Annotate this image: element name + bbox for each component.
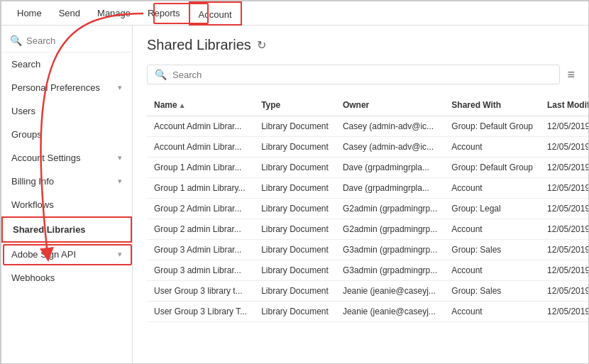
col-header-owner: Owner [336, 94, 444, 116]
table-row[interactable]: Account Admin Librar...Library DocumentC… [147, 137, 589, 158]
page-title: Shared Libraries [147, 37, 251, 53]
cell-lastMod: 12/05/2019 [540, 219, 589, 240]
col-header-last-modification: Last Modification [540, 94, 589, 116]
table-row[interactable]: Group 3 admin Librar...Library DocumentG… [147, 260, 589, 281]
col-header-name[interactable]: Name▲ [147, 94, 254, 116]
cell-owner: G2admin (grpadmingrp... [336, 219, 444, 240]
table-row[interactable]: User Group 3 Library T...Library Documen… [147, 302, 589, 322]
sidebar-item-label: Search [11, 59, 40, 70]
nav-item-home[interactable]: Home [9, 1, 50, 26]
nav-item-account[interactable]: Account [189, 1, 242, 26]
cell-owner: Jeanie (jeanie@caseyj... [336, 281, 444, 302]
sidebar-search[interactable]: 🔍 [1, 29, 132, 53]
cell-owner: Dave (grpadmingrpla... [336, 158, 444, 178]
cell-name: Group 2 admin Librar... [147, 219, 254, 240]
cell-name: Group 1 admin Library... [147, 178, 254, 199]
cell-owner: Jeanie (jeanie@caseyj... [336, 302, 444, 322]
cell-sharedWith: Account [444, 137, 540, 158]
table-row[interactable]: User Group 3 library t...Library Documen… [147, 281, 589, 302]
sidebar-item-webhooks[interactable]: Webhooks [1, 266, 132, 289]
cell-lastMod: 12/05/2019 [540, 302, 589, 322]
cell-type: Library Document [254, 260, 336, 281]
cell-name: Account Admin Librar... [147, 137, 254, 158]
sidebar-item-workflows[interactable]: Workflows [1, 193, 132, 216]
cell-name: Group 3 admin Librar... [147, 260, 254, 281]
sidebar-item-label: Personal Preferences [11, 82, 100, 93]
cell-type: Library Document [254, 240, 336, 260]
sidebar-item-personal-preferences[interactable]: Personal Preferences▾ [1, 76, 132, 99]
chevron-down-icon: ▾ [118, 153, 122, 162]
cell-sharedWith: Group: Default Group [444, 158, 540, 178]
table-row[interactable]: Group 2 Admin Librar...Library DocumentG… [147, 199, 589, 219]
cell-name: Group 2 Admin Librar... [147, 199, 254, 219]
cell-lastMod: 12/05/2019 [540, 137, 589, 158]
cell-lastMod: 12/05/2019 [540, 158, 589, 178]
cell-lastMod: 12/05/2019 [540, 199, 589, 219]
sidebar-item-search[interactable]: Search [1, 53, 132, 76]
sidebar-item-label: Users [11, 106, 35, 116]
table-row[interactable]: Group 3 Admin Librar...Library DocumentG… [147, 240, 589, 260]
cell-lastMod: 12/05/2019 [540, 260, 589, 281]
table-row[interactable]: Group 2 admin Librar...Library DocumentG… [147, 219, 589, 240]
nav-item-reports[interactable]: Reports [139, 1, 189, 26]
cell-name: Account Admin Librar... [147, 116, 254, 137]
cell-type: Library Document [254, 199, 336, 219]
cell-sharedWith: Group: Sales [444, 240, 540, 260]
sidebar-item-groups[interactable]: Groups [1, 123, 132, 146]
cell-type: Library Document [254, 219, 336, 240]
table-row[interactable]: Group 1 Admin Librar...Library DocumentD… [147, 158, 589, 178]
sidebar-search-input[interactable] [26, 35, 123, 46]
cell-sharedWith: Account [444, 260, 540, 281]
cell-name: Group 3 Admin Librar... [147, 240, 254, 260]
sidebar-item-label: Groups [11, 129, 42, 140]
sidebar-item-label: Billing Info [11, 176, 54, 187]
sidebar-item-adobe-sign-api[interactable]: Adobe Sign API▾ [1, 243, 132, 266]
cell-type: Library Document [254, 137, 336, 158]
col-header-type: Type [254, 94, 336, 116]
menu-icon[interactable]: ≡ [567, 67, 575, 82]
chevron-down-icon: ▾ [118, 250, 122, 259]
top-nav: HomeSendManageReportsAccount [1, 1, 589, 26]
cell-sharedWith: Group: Legal [444, 199, 540, 219]
sidebar-item-account-settings[interactable]: Account Settings▾ [1, 146, 132, 170]
sidebar-item-label: Adobe Sign API [11, 249, 76, 260]
cell-sharedWith: Account [444, 219, 540, 240]
cell-type: Library Document [254, 281, 336, 302]
cell-lastMod: 12/05/2019 [540, 178, 589, 199]
cell-type: Library Document [254, 178, 336, 199]
chevron-down-icon: ▾ [118, 177, 122, 186]
content-search-icon: 🔍 [155, 69, 167, 80]
cell-owner: Casey (admin-adv@ic... [336, 137, 444, 158]
sidebar-item-billing-info[interactable]: Billing Info▾ [1, 170, 132, 193]
main-content: Shared Libraries ↻ 🔍 ≡ Name▲TypeOwnerSha… [133, 26, 589, 364]
refresh-icon[interactable]: ↻ [257, 38, 266, 52]
cell-lastMod: 12/05/2019 [540, 281, 589, 302]
cell-owner: G3admin (grpadmingrp... [336, 260, 444, 281]
table-row[interactable]: Account Admin Librar...Library DocumentC… [147, 116, 589, 137]
content-search-bar: 🔍 [147, 65, 560, 84]
cell-owner: Dave (grpadmingrpla... [336, 178, 444, 199]
cell-owner: G2admin (grpadmingrp... [336, 199, 444, 219]
cell-lastMod: 12/05/2019 [540, 240, 589, 260]
cell-owner: Casey (admin-adv@ic... [336, 116, 444, 137]
content-search-input[interactable] [172, 70, 552, 80]
sidebar-item-users[interactable]: Users [1, 99, 132, 123]
table-row[interactable]: Group 1 admin Library...Library Document… [147, 178, 589, 199]
cell-name: User Group 3 Library T... [147, 302, 254, 322]
cell-name: User Group 3 library t... [147, 281, 254, 302]
cell-name: Group 1 Admin Librar... [147, 158, 254, 178]
sidebar-item-label: Account Settings [11, 153, 81, 163]
libraries-table: Name▲TypeOwnerShared WithLast Modificati… [147, 94, 589, 322]
nav-item-send[interactable]: Send [50, 1, 89, 26]
cell-lastMod: 12/05/2019 [540, 116, 589, 137]
cell-sharedWith: Group: Sales [444, 281, 540, 302]
nav-item-manage[interactable]: Manage [89, 1, 139, 26]
sidebar-item-label: Workflows [11, 199, 54, 210]
sidebar-item-label: Webhooks [11, 272, 55, 283]
cell-owner: G3admin (grpadmingrp... [336, 240, 444, 260]
sort-icon: ▲ [179, 101, 186, 109]
sidebar-item-label: Shared Libraries [13, 224, 86, 235]
col-header-shared-with: Shared With [444, 94, 540, 116]
sidebar-item-shared-libraries[interactable]: Shared Libraries [1, 216, 132, 243]
cell-type: Library Document [254, 116, 336, 137]
